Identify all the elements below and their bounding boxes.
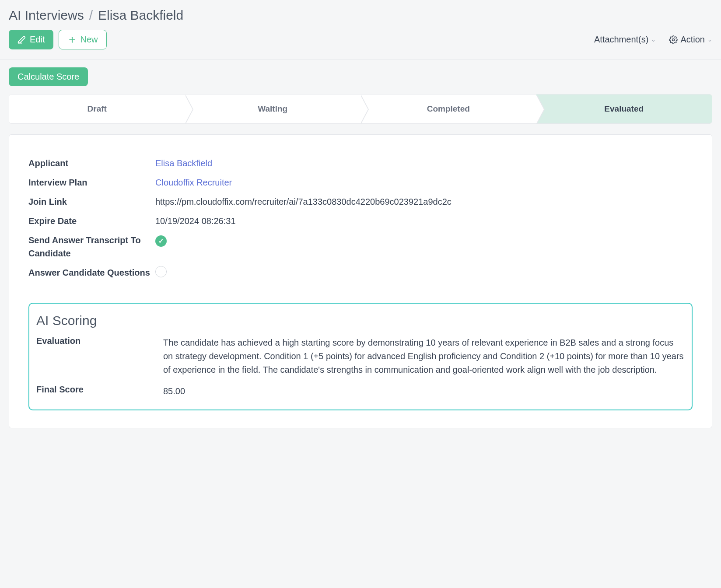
answer-questions-label: Answer Candidate Questions (28, 266, 155, 279)
pencil-icon (18, 35, 26, 44)
check-circle-icon: ✓ (155, 235, 167, 247)
empty-circle-icon (155, 266, 167, 277)
plan-value[interactable]: Cloudoffix Recruiter (155, 176, 232, 189)
new-button-label: New (80, 35, 98, 45)
field-send-transcript: Send Answer Transcript To Candidate ✓ (28, 234, 693, 260)
breadcrumb-current: Elisa Backfield (98, 8, 183, 23)
edit-button[interactable]: Edit (9, 30, 53, 49)
page-header: AI Interviews / Elisa Backfield Edit New… (0, 0, 721, 60)
expire-value: 10/19/2024 08:26:31 (155, 214, 236, 228)
attachments-label: Attachment(s) (594, 35, 648, 45)
finalscore-label: Final Score (36, 385, 163, 395)
evaluation-label: Evaluation (36, 336, 163, 346)
detail-card: Applicant Elisa Backfield Interview Plan… (9, 134, 712, 428)
stage-draft[interactable]: Draft (9, 94, 185, 123)
scoring-evaluation-row: Evaluation The candidate has achieved a … (36, 336, 685, 377)
new-button[interactable]: New (59, 30, 107, 49)
send-transcript-label: Send Answer Transcript To Candidate (28, 234, 155, 260)
plan-label: Interview Plan (28, 176, 155, 189)
action-label: Action (680, 35, 705, 45)
gear-icon (669, 35, 678, 44)
header-actions-row: Edit New Attachment(s) ⌄ Action ⌄ (9, 30, 712, 49)
calculate-score-label: Calculate Score (18, 72, 79, 82)
stage-completed[interactable]: Completed (360, 94, 536, 123)
toolbar: Calculate Score (0, 60, 721, 94)
breadcrumb-separator: / (89, 8, 93, 23)
stage-evaluated[interactable]: Evaluated (536, 94, 712, 123)
finalscore-value: 85.00 (163, 385, 185, 398)
chevron-down-icon: ⌄ (651, 36, 656, 43)
field-interview-plan: Interview Plan Cloudoffix Recruiter (28, 176, 693, 189)
header-right-actions: Attachment(s) ⌄ Action ⌄ (594, 35, 712, 45)
plus-icon (68, 35, 77, 44)
field-expire-date: Expire Date 10/19/2024 08:26:31 (28, 214, 693, 228)
breadcrumb: AI Interviews / Elisa Backfield (9, 8, 712, 23)
scoring-title: AI Scoring (36, 313, 685, 328)
edit-button-label: Edit (30, 35, 45, 45)
expire-label: Expire Date (28, 214, 155, 228)
ai-scoring-panel: AI Scoring Evaluation The candidate has … (28, 303, 693, 410)
field-applicant: Applicant Elisa Backfield (28, 157, 693, 170)
breadcrumb-root[interactable]: AI Interviews (9, 8, 84, 23)
stage-waiting[interactable]: Waiting (185, 94, 361, 123)
joinlink-value: https://pm.cloudoffix.com/recruiter/ai/7… (155, 195, 452, 208)
answer-questions-value (155, 266, 167, 281)
field-join-link: Join Link https://pm.cloudoffix.com/recr… (28, 195, 693, 208)
svg-point-2 (672, 38, 675, 41)
field-answer-questions: Answer Candidate Questions (28, 266, 693, 281)
header-left-buttons: Edit New (9, 30, 107, 49)
send-transcript-value: ✓ (155, 234, 167, 247)
scoring-finalscore-row: Final Score 85.00 (36, 385, 685, 398)
evaluation-text: The candidate has achieved a high starti… (163, 336, 685, 377)
chevron-down-icon: ⌄ (707, 36, 712, 43)
attachments-dropdown[interactable]: Attachment(s) ⌄ (594, 35, 656, 45)
joinlink-label: Join Link (28, 195, 155, 208)
stage-bar: Draft Waiting Completed Evaluated (9, 94, 712, 124)
action-dropdown[interactable]: Action ⌄ (669, 35, 712, 45)
calculate-score-button[interactable]: Calculate Score (9, 67, 88, 86)
applicant-value[interactable]: Elisa Backfield (155, 157, 212, 170)
applicant-label: Applicant (28, 157, 155, 170)
